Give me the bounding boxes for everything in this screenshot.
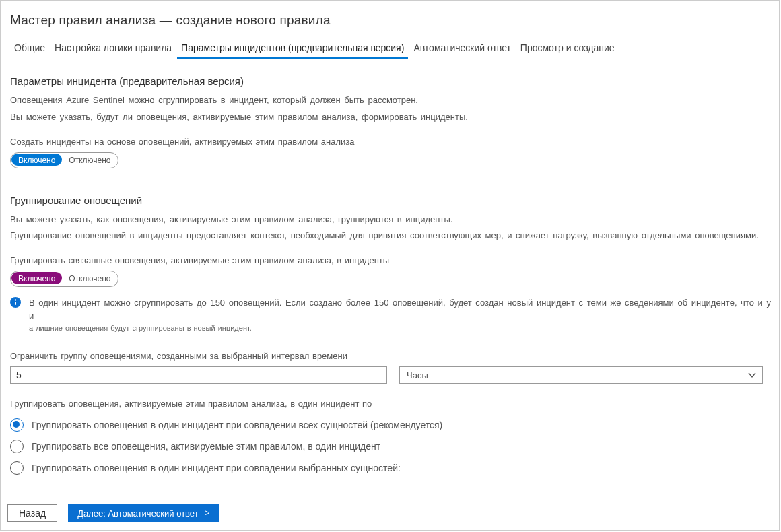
tab-auto-response[interactable]: Автоматический ответ bbox=[409, 40, 514, 59]
radio-label: Группировать оповещения в один инцидент … bbox=[32, 420, 442, 430]
svg-rect-1 bbox=[15, 302, 16, 305]
section-incident-desc2: Вы можете указать, будут ли оповещения, … bbox=[10, 110, 772, 125]
chevron-right-icon: > bbox=[205, 508, 210, 518]
section-grouping-desc1: Вы можете указать, как оповещения, актив… bbox=[10, 213, 772, 227]
section-grouping-title: Группирование оповещений bbox=[10, 195, 772, 206]
toggle-off[interactable]: Отключено bbox=[62, 271, 117, 286]
group-related-label: Группировать связанные оповещения, актив… bbox=[10, 255, 772, 265]
content: Параметры инцидента (предварительная вер… bbox=[1, 59, 779, 496]
tab-review-create[interactable]: Просмотр и создание bbox=[516, 40, 619, 59]
group-by-radio-group: Группировать оповещения в один инцидент … bbox=[10, 414, 772, 479]
radio-option-all-alerts[interactable]: Группировать все оповещения, активируемы… bbox=[10, 436, 772, 457]
chevron-down-icon bbox=[747, 370, 757, 380]
radio-icon bbox=[10, 461, 24, 475]
footer: Назад Далее: Автоматический ответ > bbox=[1, 496, 779, 530]
info-text-sub: а лишние оповещения будут сгруппированы … bbox=[29, 324, 772, 332]
radio-icon bbox=[10, 440, 24, 453]
time-row: Часы bbox=[10, 366, 772, 384]
group-related-toggle[interactable]: Включено Отключено bbox=[10, 271, 118, 287]
radio-option-selected-entities[interactable]: Группировать оповещения в один инцидент … bbox=[10, 457, 772, 479]
section-incident-title: Параметры инцидента (предварительная вер… bbox=[10, 75, 772, 87]
time-unit-select[interactable]: Часы bbox=[399, 366, 763, 384]
section-grouping-desc2: Группирование оповещений в инциденты пре… bbox=[10, 229, 772, 243]
info-icon bbox=[10, 297, 21, 308]
info-text-main: В один инцидент можно сгруппировать до 1… bbox=[29, 296, 772, 323]
tab-rule-logic[interactable]: Настройка логики правила bbox=[50, 40, 176, 59]
tab-general[interactable]: Общие bbox=[10, 40, 49, 59]
tab-incident-settings[interactable]: Параметры инцидентов (предварительная ве… bbox=[177, 40, 408, 59]
group-by-label: Группировать оповещения, активируемые эт… bbox=[10, 399, 772, 409]
wizard-frame: Мастер правил анализа — создание нового … bbox=[0, 0, 780, 531]
time-unit-value: Часы bbox=[407, 370, 428, 380]
radio-option-all-entities[interactable]: Группировать оповещения в один инцидент … bbox=[10, 414, 772, 436]
time-limit-label: Ограничить группу оповещениями, созданны… bbox=[10, 351, 772, 361]
page-title: Мастер правил анализа — создание нового … bbox=[10, 13, 772, 28]
back-button[interactable]: Назад bbox=[7, 504, 57, 522]
section-incident-desc1: Оповещения Azure Sentinel можно сгруппир… bbox=[10, 94, 772, 108]
radio-label: Группировать все оповещения, активируемы… bbox=[32, 441, 380, 452]
next-button[interactable]: Далее: Автоматический ответ > bbox=[68, 504, 219, 522]
info-text: В один инцидент можно сгруппировать до 1… bbox=[29, 296, 772, 332]
divider bbox=[10, 182, 772, 182]
create-incidents-toggle[interactable]: Включено Отключено bbox=[10, 152, 118, 168]
toggle-on[interactable]: Включено bbox=[11, 154, 62, 166]
toggle-off[interactable]: Отключено bbox=[62, 153, 117, 168]
tabs: Общие Настройка логики правила Параметры… bbox=[7, 40, 772, 59]
svg-point-2 bbox=[15, 299, 16, 300]
info-row: В один инцидент можно сгруппировать до 1… bbox=[10, 296, 772, 332]
create-incidents-label: Создать инциденты на основе оповещений, … bbox=[10, 137, 772, 147]
next-button-label: Далее: Автоматический ответ bbox=[77, 508, 198, 519]
toggle-on[interactable]: Включено bbox=[11, 272, 62, 284]
radio-icon bbox=[10, 418, 24, 432]
radio-label: Группировать оповещения в один инцидент … bbox=[32, 463, 401, 473]
header: Мастер правил анализа — создание нового … bbox=[1, 1, 779, 59]
time-value-input[interactable] bbox=[10, 366, 387, 384]
